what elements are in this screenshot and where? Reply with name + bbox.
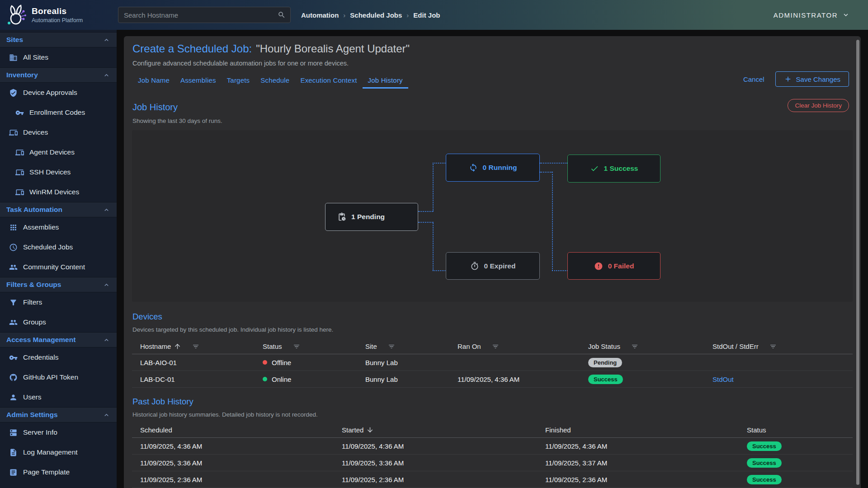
column-label: Finished [545, 426, 571, 434]
sidebar-item-all-sites[interactable]: All Sites [0, 47, 117, 67]
column-header-ran-on[interactable]: Ran On [449, 343, 580, 350]
flow-node-running: 0 Running [446, 154, 540, 182]
tab-job-name[interactable]: Job Name [132, 73, 175, 89]
past-job-history-heading: Past Job History [132, 397, 193, 407]
tab-assemblies[interactable]: Assemblies [175, 73, 222, 89]
sidebar-item-community-content[interactable]: Community Content [0, 257, 117, 277]
clear-job-history-button[interactable]: Clear Job History [788, 99, 849, 112]
status-badge: Success [747, 458, 782, 468]
sidebar-item-credentials[interactable]: Credentials [0, 347, 117, 367]
flow-node-expired: 0 Expired [446, 252, 540, 280]
sidebar-item-filters[interactable]: Filters [0, 292, 117, 312]
tab-job-history[interactable]: Job History [363, 73, 408, 89]
sidebar-item-scheduled-jobs[interactable]: Scheduled Jobs [0, 237, 117, 257]
column-header-site[interactable]: Site [357, 343, 449, 350]
borealis-rabbit-logo-icon [5, 3, 28, 27]
flow-connector [433, 163, 446, 164]
column-header-job-status[interactable]: Job Status [580, 343, 704, 350]
flow-node-failed: 0 Failed [567, 252, 660, 280]
filter-icon[interactable] [492, 343, 499, 350]
chevron-up-icon [103, 411, 110, 419]
sidebar-item-assemblies[interactable]: Assemblies [0, 217, 117, 237]
table-row: 11/09/2025, 4:36 AM 11/09/2025, 4:36 AM … [132, 438, 853, 455]
clock-icon [9, 243, 18, 252]
sidebar-item-winrm-devices[interactable]: WinRM Devices [0, 182, 117, 202]
past-table-header: Scheduled Started Finished Status [132, 422, 853, 438]
sidebar-item-enrollment-codes[interactable]: Enrollment Codes [0, 103, 117, 122]
column-label: Started [342, 426, 363, 434]
filter-icon[interactable] [192, 343, 199, 350]
column-header-stdout-stderr[interactable]: StdOut / StdErr [704, 343, 853, 350]
filter-icon[interactable] [293, 343, 300, 350]
flow-node-failed-label: 0 Failed [608, 262, 634, 270]
sidebar-item-ssh-devices[interactable]: SSH Devices [0, 162, 117, 182]
section-label: Sites [6, 36, 23, 44]
column-header-finished[interactable]: Finished [537, 426, 739, 434]
sort-ascending-icon [174, 343, 181, 350]
chevron-up-icon [103, 36, 110, 44]
sidebar-item-device-approvals[interactable]: Device Approvals [0, 83, 117, 103]
filter-icon[interactable] [769, 343, 777, 350]
sidebar-section-access-management[interactable]: Access Management [0, 332, 117, 347]
sidebar-item-label: All Sites [23, 53, 48, 61]
column-header-status[interactable]: Status [255, 343, 357, 350]
main-content: Create a Scheduled Job:"Hourly Borealis … [117, 30, 868, 488]
search-icon [278, 11, 286, 19]
brand-title: Borealis [32, 6, 83, 16]
sidebar-item-server-info[interactable]: Server Info [0, 422, 117, 442]
filter-icon[interactable] [631, 343, 638, 350]
sidebar-item-agent-devices[interactable]: Agent Devices [0, 142, 117, 162]
column-header-started[interactable]: Started [334, 426, 537, 434]
chevron-up-icon [103, 281, 110, 289]
stdout-link[interactable]: StdOut [712, 375, 734, 383]
sidebar-item-devices[interactable]: Devices [0, 122, 117, 142]
sidebar-section-inventory[interactable]: Inventory [0, 67, 117, 83]
status-badge: Success [747, 475, 782, 484]
user-menu[interactable]: ADMINISTRATOR [774, 0, 850, 30]
flow-node-success: 1 Success [567, 155, 660, 183]
sidebar-section-filters-groups[interactable]: Filters & Groups [0, 277, 117, 292]
sidebar-item-groups[interactable]: Groups [0, 312, 117, 332]
sidebar-section-sites[interactable]: Sites [0, 32, 117, 47]
section-label: Inventory [6, 71, 38, 79]
cancel-button[interactable]: Cancel [743, 75, 764, 83]
flow-node-pending-label: 1 Pending [351, 213, 385, 221]
sidebar-item-log-management[interactable]: Log Management [0, 442, 117, 462]
sidebar-section-task-automation[interactable]: Task Automation [0, 202, 117, 217]
devices-table: Hostname Status Site Ran On Job S [132, 339, 853, 388]
status-badge: Success [588, 375, 623, 384]
sidebar-item-github-api-token[interactable]: GitHub API Token [0, 367, 117, 387]
error-icon [594, 262, 603, 271]
cell-started: 11/09/2025, 4:36 AM [334, 442, 537, 450]
job-status-flow-diagram: 1 Pending 0 Running 1 Success 0 Expired … [132, 130, 853, 302]
column-label: Job Status [588, 343, 620, 350]
flow-connector [418, 211, 433, 212]
sidebar-item-label: Groups [23, 318, 46, 326]
sidebar-item-label: Devices [23, 128, 48, 136]
column-header-status[interactable]: Status [739, 426, 853, 434]
vertical-scrollbar[interactable] [856, 40, 859, 485]
tab-schedule[interactable]: Schedule [255, 73, 295, 89]
job-history-subheading: Showing the last 30 days of runs. [132, 117, 222, 124]
sidebar-item-users[interactable]: Users [0, 387, 117, 407]
save-changes-button[interactable]: Save Changes [775, 71, 849, 87]
check-icon [590, 164, 599, 173]
sidebar-section-admin-settings[interactable]: Admin Settings [0, 407, 117, 422]
filter-icon[interactable] [388, 343, 395, 350]
page-title: Create a Scheduled Job:"Hourly Borealis … [132, 42, 410, 55]
sidebar-item-label: Log Management [23, 448, 78, 456]
chevron-up-icon [103, 206, 110, 214]
sidebar-item-page-template[interactable]: Page Template [0, 462, 117, 482]
search-input[interactable] [118, 11, 278, 19]
cell-scheduled: 11/09/2025, 3:36 AM [132, 459, 334, 467]
job-history-heading: Job History [132, 102, 178, 113]
cell-site: Bunny Lab [357, 359, 449, 366]
tab-targets[interactable]: Targets [222, 73, 255, 89]
breadcrumb-automation[interactable]: Automation [301, 11, 339, 19]
flow-connector [433, 222, 434, 271]
tab-execution-context[interactable]: Execution Context [295, 73, 362, 89]
column-label: Status [747, 426, 766, 434]
column-header-scheduled[interactable]: Scheduled [132, 426, 334, 434]
column-header-hostname[interactable]: Hostname [132, 343, 255, 350]
breadcrumb-scheduled-jobs[interactable]: Scheduled Jobs [350, 11, 402, 19]
